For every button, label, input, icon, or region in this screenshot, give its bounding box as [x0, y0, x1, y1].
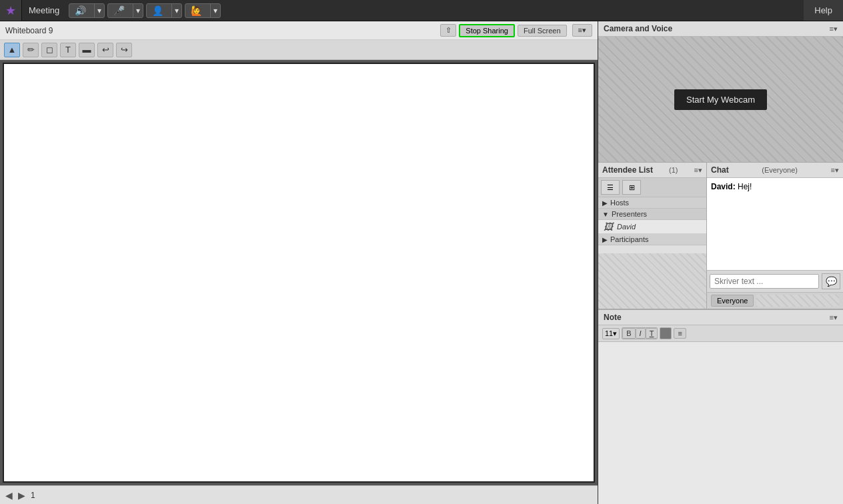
redo-tool[interactable]: ↪: [116, 43, 132, 57]
wb-canvas[interactable]: [3, 63, 595, 483]
mic-btn-group[interactable]: 🎤 ▾: [107, 3, 143, 18]
mic-icon: 🎤: [113, 5, 125, 16]
participants-label: Participants: [610, 235, 648, 243]
chat-send-button[interactable]: 💬: [822, 273, 840, 289]
note-toolbar: 11 ▾ B I T ≡: [598, 325, 843, 342]
shapes-tool[interactable]: ▬: [79, 43, 95, 57]
share-icon-button[interactable]: ⇧: [440, 24, 456, 37]
note-style-group: B I T: [622, 327, 658, 339]
main-layout: Whiteboard 9 ⇧ Stop Sharing Full Screen …: [0, 21, 843, 504]
audio-btn[interactable]: 🔊: [69, 4, 95, 17]
camera-btn[interactable]: 👤: [147, 4, 172, 17]
audio-icon: 🔊: [75, 5, 86, 16]
camera-dropdown[interactable]: ▾: [172, 4, 181, 17]
person-icon: 🙋: [191, 5, 202, 16]
note-menu[interactable]: ≡▾: [830, 313, 838, 322]
logo-area: ★: [0, 0, 22, 21]
wb-toolbar: ▲ ✏ ◻ T ▬ ↩ ↪: [0, 40, 598, 60]
wb-header: Whiteboard 9 ⇧ Stop Sharing Full Screen …: [0, 21, 598, 40]
eraser-tool[interactable]: ◻: [41, 43, 57, 57]
attendee-david: 🖼 David: [598, 220, 706, 234]
next-page-button[interactable]: ▶: [18, 490, 25, 501]
chat-title: Chat: [711, 165, 729, 175]
attendee-count: (1): [669, 166, 678, 174]
camera-btn-group[interactable]: 👤 ▾: [146, 3, 182, 18]
note-list-button[interactable]: ≡: [674, 328, 686, 339]
chat-input[interactable]: [710, 274, 819, 289]
prev-page-button[interactable]: ◀: [5, 490, 13, 501]
chat-message: David: Hej!: [711, 182, 839, 191]
chat-text: Hej!: [736, 182, 752, 191]
chat-header: Chat (Everyone) ≡▾: [707, 163, 843, 178]
hosts-group[interactable]: ▶ Hosts: [598, 197, 706, 209]
camera-voice-menu[interactable]: ≡▾: [830, 25, 838, 33]
attendee-panel: Attendee List (1) ≡▾ ☰ ⊞ ▶ Hosts: [598, 163, 707, 309]
bottom-panels: Attendee List (1) ≡▾ ☰ ⊞ ▶ Hosts: [598, 163, 843, 504]
start-webcam-button[interactable]: Start My Webcam: [674, 89, 767, 110]
audio-dropdown[interactable]: ▾: [95, 4, 104, 17]
stop-sharing-button[interactable]: Stop Sharing: [459, 24, 515, 37]
note-font-size[interactable]: 11 ▾: [602, 328, 620, 339]
pen-tool[interactable]: ✏: [23, 43, 39, 57]
attendee-view-btns: ☰ ⊞: [598, 178, 706, 197]
text-tool[interactable]: T: [60, 43, 76, 57]
wb-menu-button[interactable]: ≡▾: [572, 24, 592, 37]
grid-view-button[interactable]: ⊞: [622, 180, 641, 195]
person-btn[interactable]: 🙋: [185, 4, 211, 17]
chat-footer: Everyone: [707, 292, 843, 309]
everyone-button[interactable]: Everyone: [711, 295, 754, 307]
full-screen-button[interactable]: Full Screen: [518, 25, 567, 37]
chat-footer-hatch: [756, 295, 839, 307]
bold-button[interactable]: B: [622, 328, 635, 339]
chat-menu[interactable]: ≡▾: [831, 166, 839, 175]
chat-sender: David:: [711, 182, 736, 191]
page-number: 1: [31, 491, 35, 500]
presenters-label: Presenters: [612, 210, 647, 218]
person-dropdown[interactable]: ▾: [211, 4, 220, 17]
chat-input-area: 💬: [707, 270, 843, 292]
font-size-arrow[interactable]: ▾: [613, 329, 617, 338]
topbar: ★ Meeting 🔊 ▾ 🎤 ▾ 👤 ▾ 🙋 ▾ Help: [0, 0, 843, 21]
chat-messages: David: Hej!: [707, 178, 843, 270]
attendee-name: David: [617, 223, 636, 231]
attendee-header: Attendee List (1) ≡▾: [598, 163, 706, 178]
attendee-list: ▶ Hosts ▼ Presenters 🖼 David ▶: [598, 197, 706, 253]
attendee-title: Attendee List: [602, 165, 653, 175]
note-panel: Note ≡▾ 11 ▾ B I T ≡: [598, 309, 843, 504]
whiteboard-panel: Whiteboard 9 ⇧ Stop Sharing Full Screen …: [0, 21, 598, 504]
font-size-value: 11: [605, 329, 613, 337]
camera-voice-header: Camera and Voice ≡▾: [598, 21, 843, 37]
app-logo: ★: [5, 3, 16, 18]
attendee-chat-row: Attendee List (1) ≡▾ ☰ ⊞ ▶ Hosts: [598, 163, 843, 309]
mic-dropdown[interactable]: ▾: [133, 4, 143, 17]
presenters-group[interactable]: ▼ Presenters: [598, 209, 706, 220]
mic-btn[interactable]: 🎤: [108, 4, 133, 17]
camera-area: Start My Webcam: [598, 37, 843, 162]
select-tool[interactable]: ▲: [4, 43, 20, 57]
attendee-menu[interactable]: ≡▾: [694, 166, 702, 175]
list-view-button[interactable]: ☰: [601, 180, 620, 195]
camera-voice-section: Camera and Voice ≡▾ Start My Webcam: [598, 21, 843, 163]
chat-scope: (Everyone): [762, 166, 798, 174]
note-color-button[interactable]: [660, 327, 672, 339]
attendee-hatch: [598, 253, 706, 309]
note-header: Note ≡▾: [598, 310, 843, 325]
camera-icon: 👤: [152, 5, 163, 16]
participants-group[interactable]: ▶ Participants: [598, 234, 706, 245]
underline-button[interactable]: T: [646, 328, 658, 339]
help-button[interactable]: Help: [804, 0, 843, 21]
note-title: Note: [604, 313, 622, 322]
undo-tool[interactable]: ↩: [97, 43, 113, 57]
note-textarea[interactable]: [598, 342, 843, 504]
attendee-icon: 🖼: [604, 221, 613, 232]
chat-panel: Chat (Everyone) ≡▾ David: Hej! 💬: [707, 163, 843, 309]
person-btn-group[interactable]: 🙋 ▾: [185, 3, 221, 18]
right-panel: Camera and Voice ≡▾ Start My Webcam Atte…: [598, 21, 843, 504]
hosts-label: Hosts: [610, 199, 629, 207]
wb-title: Whiteboard 9: [5, 26, 438, 35]
italic-button[interactable]: I: [636, 328, 646, 339]
meeting-label: Meeting: [22, 5, 66, 15]
wb-bottom: ◀ ▶ 1: [0, 485, 598, 504]
camera-voice-title: Camera and Voice: [604, 24, 672, 33]
audio-btn-group[interactable]: 🔊 ▾: [69, 3, 105, 18]
